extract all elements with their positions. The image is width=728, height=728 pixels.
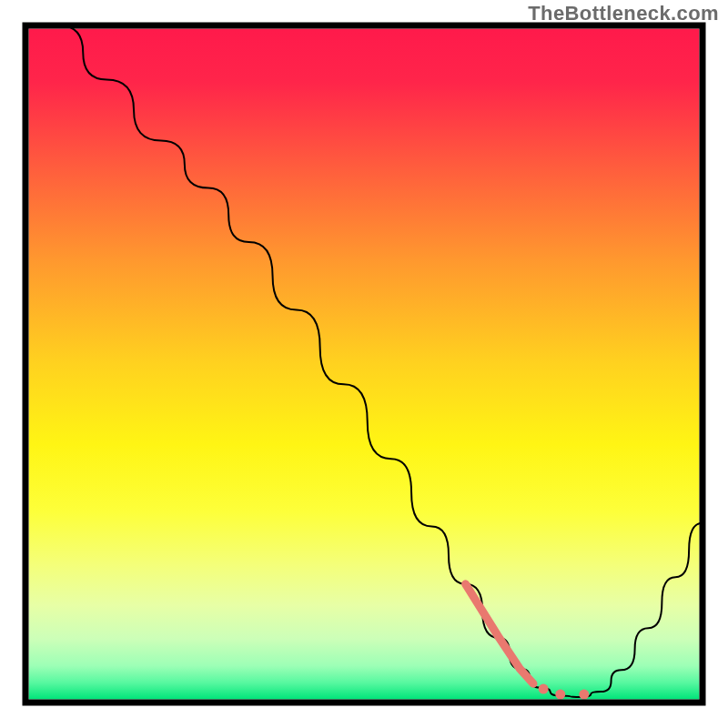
watermark-label: TheBottleneck.com bbox=[528, 2, 719, 25]
highlight-dot bbox=[579, 690, 589, 700]
chart-frame: TheBottleneck.com bbox=[0, 0, 728, 728]
gradient-panel bbox=[29, 29, 700, 700]
bottleneck-chart bbox=[0, 0, 728, 728]
highlight-dot bbox=[539, 684, 549, 694]
highlight-dot bbox=[555, 690, 565, 700]
